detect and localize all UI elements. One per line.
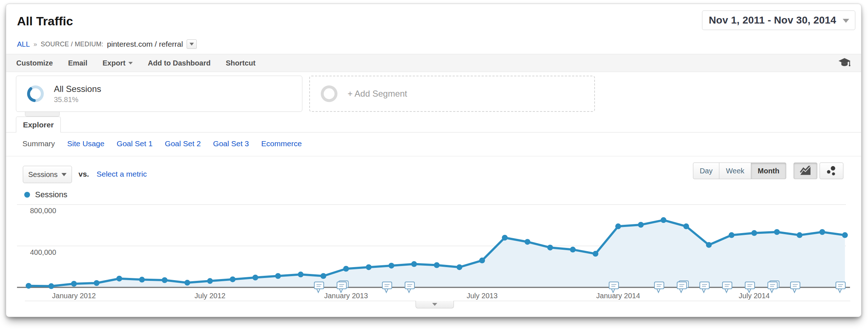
segment-text: All Sessions 35.81% bbox=[54, 84, 101, 104]
annotation-marker-Apr-2014[interactable] bbox=[677, 281, 688, 292]
breadcrumb-dropdown-button[interactable] bbox=[187, 39, 197, 49]
annotation-marker-Jan-2014[interactable] bbox=[609, 282, 618, 292]
chart-collapse-button[interactable] bbox=[416, 301, 454, 308]
line-chart-button[interactable] bbox=[793, 163, 817, 179]
annotation-marker-Jan-2013[interactable] bbox=[337, 281, 348, 292]
data-point-Sep-2014[interactable] bbox=[797, 232, 803, 238]
chevron-down-icon bbox=[190, 43, 194, 46]
page-title: All Traffic bbox=[17, 14, 73, 28]
tab-explorer[interactable]: Explorer bbox=[16, 117, 61, 132]
date-range-value: Nov 1, 2011 - Nov 30, 2014 bbox=[709, 14, 836, 26]
data-point-Oct-2013[interactable] bbox=[547, 245, 553, 250]
add-to-dashboard-button[interactable]: Add to Dashboard bbox=[148, 59, 210, 67]
annotation-marker-Sep-2014[interactable] bbox=[791, 282, 800, 292]
data-point-Sep-2013[interactable] bbox=[524, 239, 530, 245]
data-point-Feb-2013[interactable] bbox=[366, 264, 372, 270]
data-point-May-2013[interactable] bbox=[434, 262, 440, 268]
add-segment-circle-icon bbox=[319, 84, 339, 104]
annotation-marker-Nov-2014[interactable] bbox=[836, 282, 845, 292]
data-point-Nov-2011[interactable] bbox=[26, 283, 31, 289]
data-point-Mar-2013[interactable] bbox=[388, 263, 394, 269]
chevron-down-icon bbox=[432, 303, 437, 306]
annotation-marker-Mar-2013[interactable] bbox=[382, 282, 392, 292]
vs-label: vs. bbox=[78, 170, 89, 178]
annotation-marker-May-2014[interactable] bbox=[700, 282, 709, 292]
metric-selector-value: Sessions bbox=[28, 170, 58, 179]
subtab-summary[interactable]: Summary bbox=[22, 139, 55, 148]
data-point-Nov-2012[interactable] bbox=[298, 271, 303, 277]
breadcrumb: ALL » SOURCE / MEDIUM: pinterest.com / r… bbox=[17, 39, 197, 49]
annotation-marker-Apr-2013[interactable] bbox=[405, 282, 414, 292]
annotation-marker-Dec-2012[interactable] bbox=[314, 282, 324, 292]
data-point-Aug-2012[interactable] bbox=[230, 277, 235, 282]
annotation-marker-Mar-2014[interactable] bbox=[655, 282, 664, 292]
data-point-Jan-2013[interactable] bbox=[343, 266, 349, 272]
report-toolbar: Customize Email Export Add to Dashboard … bbox=[6, 54, 861, 72]
customize-button[interactable]: Customize bbox=[16, 59, 53, 67]
annotation-marker-Aug-2014[interactable] bbox=[768, 281, 779, 292]
data-point-Jan-2012[interactable] bbox=[71, 281, 77, 287]
data-point-Nov-2013[interactable] bbox=[570, 247, 576, 253]
granularity-week-button[interactable]: Week bbox=[719, 163, 751, 179]
granularity-month-button[interactable]: Month bbox=[751, 163, 786, 179]
y-axis-label: 800,000 bbox=[30, 207, 56, 215]
data-point-Aug-2013[interactable] bbox=[502, 235, 508, 241]
data-point-Feb-2014[interactable] bbox=[638, 222, 644, 228]
breadcrumb-all-link[interactable]: ALL bbox=[17, 40, 30, 48]
series-area-fill bbox=[29, 220, 845, 287]
data-point-Dec-2011[interactable] bbox=[48, 283, 54, 289]
data-point-Nov-2014[interactable] bbox=[842, 232, 848, 238]
data-point-Jan-2014[interactable] bbox=[615, 223, 621, 229]
export-label: Export bbox=[102, 59, 125, 67]
graduation-cap-icon[interactable] bbox=[838, 58, 851, 68]
y-axis-label: 400,000 bbox=[30, 248, 56, 257]
motion-chart-button[interactable] bbox=[820, 163, 843, 179]
x-axis-label: July 2013 bbox=[442, 292, 522, 300]
data-point-Aug-2014[interactable] bbox=[774, 229, 780, 235]
data-point-May-2014[interactable] bbox=[706, 242, 712, 248]
annotation-marker-Jul-2014[interactable] bbox=[745, 282, 754, 292]
data-point-Mar-2014[interactable] bbox=[661, 217, 667, 223]
data-point-May-2012[interactable] bbox=[162, 277, 167, 283]
data-point-Apr-2012[interactable] bbox=[139, 277, 145, 283]
data-point-Oct-2014[interactable] bbox=[820, 229, 825, 235]
email-button[interactable]: Email bbox=[68, 59, 87, 67]
breadcrumb-dimension: SOURCE / MEDIUM: bbox=[41, 41, 103, 48]
data-point-Feb-2012[interactable] bbox=[94, 280, 99, 286]
date-range-selector[interactable]: Nov 1, 2011 - Nov 30, 2014 bbox=[702, 10, 855, 30]
segment-card-tab bbox=[25, 112, 60, 117]
add-segment-label: + Add Segment bbox=[348, 89, 407, 99]
data-point-Jun-2014[interactable] bbox=[729, 232, 735, 238]
data-point-Dec-2013[interactable] bbox=[593, 251, 599, 257]
data-point-Jun-2012[interactable] bbox=[184, 280, 190, 286]
metric-selector[interactable]: Sessions bbox=[23, 166, 72, 183]
chart-legend: Sessions bbox=[24, 190, 67, 199]
data-point-Oct-2012[interactable] bbox=[275, 273, 281, 279]
shortcut-button[interactable]: Shortcut bbox=[226, 59, 255, 67]
subtab-goal-set-2[interactable]: Goal Set 2 bbox=[165, 139, 201, 148]
x-axis-label: January 2012 bbox=[34, 292, 114, 300]
data-point-Apr-2014[interactable] bbox=[683, 223, 689, 229]
select-metric-link[interactable]: Select a metric bbox=[97, 170, 147, 178]
data-point-Jun-2013[interactable] bbox=[456, 264, 462, 270]
chart-canvas bbox=[17, 202, 852, 296]
subtab-ecommerce[interactable]: Ecommerce bbox=[261, 139, 302, 148]
annotation-marker-Jun-2014[interactable] bbox=[723, 282, 732, 292]
subtab-goal-set-3[interactable]: Goal Set 3 bbox=[213, 139, 249, 148]
add-segment-card[interactable]: + Add Segment bbox=[309, 76, 595, 112]
data-point-Jul-2013[interactable] bbox=[479, 258, 485, 263]
data-point-Dec-2012[interactable] bbox=[320, 273, 326, 279]
data-point-Mar-2012[interactable] bbox=[116, 276, 122, 282]
data-point-Jul-2012[interactable] bbox=[207, 278, 213, 284]
data-point-Jul-2014[interactable] bbox=[751, 230, 757, 236]
chevron-down-icon bbox=[843, 19, 849, 23]
segment-card-all-sessions[interactable]: All Sessions 35.81% bbox=[16, 76, 302, 112]
subtab-goal-set-1[interactable]: Goal Set 1 bbox=[117, 139, 153, 148]
data-point-Apr-2013[interactable] bbox=[411, 261, 417, 267]
subtab-site-usage[interactable]: Site Usage bbox=[67, 139, 105, 148]
export-button[interactable]: Export bbox=[102, 59, 132, 67]
granularity-day-button[interactable]: Day bbox=[693, 163, 720, 179]
data-point-Sep-2012[interactable] bbox=[252, 275, 258, 281]
granularity-buttons: Day Week Month bbox=[693, 163, 786, 179]
segment-donut-icon bbox=[26, 84, 45, 104]
